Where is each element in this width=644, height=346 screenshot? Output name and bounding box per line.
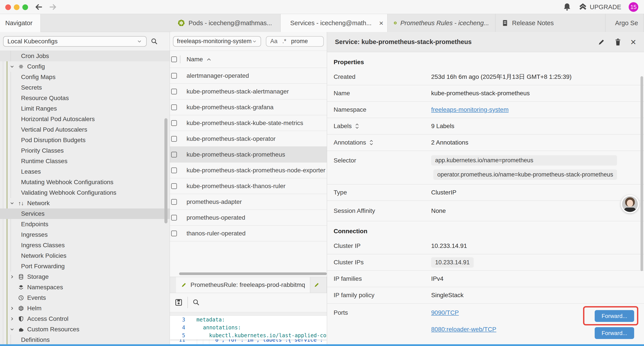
row-checkbox[interactable] xyxy=(171,120,177,126)
delete-icon[interactable] xyxy=(614,38,622,46)
forward-button-8080[interactable]: Forward... xyxy=(595,327,634,339)
sidebar-item-horizontal-pod-autoscalers[interactable]: Horizontal Pod Autoscalers xyxy=(0,114,170,124)
edit-icon[interactable] xyxy=(598,38,606,46)
sidebar-item-vertical-pod-autoscalers[interactable]: Vertical Pod Autoscalers xyxy=(0,124,170,135)
row-checkbox[interactable] xyxy=(171,168,177,173)
sidebar-item-limit-ranges[interactable]: Limit Ranges xyxy=(0,103,170,114)
table-row[interactable]: kube-prometheus-stack-alertmanager xyxy=(170,84,327,99)
table-row[interactable]: prometheus-adapter xyxy=(170,194,327,210)
sidebar-item-leases[interactable]: Leases xyxy=(0,166,170,177)
shield-icon xyxy=(18,316,24,322)
table-row[interactable]: thanos-ruler-operated xyxy=(170,226,327,241)
namespace-selector[interactable]: freeleaps-monitoring-system xyxy=(173,36,261,47)
sidebar-scrollbar[interactable] xyxy=(164,118,168,223)
table-row[interactable]: alertmanager-operated xyxy=(170,68,327,84)
regex-toggle[interactable]: .* xyxy=(282,38,286,45)
upgrade-label: UPGRADE xyxy=(590,3,621,11)
table-row[interactable]: kube-prometheus-stack-prometheus-node-ex… xyxy=(170,162,327,178)
sidebar-item-ingresses[interactable]: Ingresses xyxy=(0,230,170,240)
sidebar-item-helm[interactable]: Helm xyxy=(0,303,170,314)
port-link-8080[interactable]: 8080:reloader-web/TCP xyxy=(431,326,496,333)
sidebar-item-definitions[interactable]: Definitions xyxy=(0,335,170,345)
sidebar-item-priority-classes[interactable]: Priority Classes xyxy=(0,145,170,156)
expand-collapse-icon[interactable] xyxy=(369,139,374,146)
row-checkbox[interactable] xyxy=(171,183,177,189)
forward-arrow-icon[interactable] xyxy=(48,3,57,11)
editor-tab-partial[interactable] xyxy=(310,277,327,293)
cluster-ip-chip[interactable]: 10.233.14.91 xyxy=(431,257,474,268)
sidebar-item-custom-resources[interactable]: Custom Resources xyxy=(0,324,170,335)
row-checkbox[interactable] xyxy=(171,104,177,110)
table-row[interactable]: kube-prometheus-stack-thanos-ruler xyxy=(170,178,327,194)
sidebar-item-endpoints[interactable]: Endpoints xyxy=(0,219,170,230)
row-checkbox[interactable] xyxy=(171,89,177,94)
sidebar-item-services[interactable]: Services xyxy=(0,209,170,219)
sidebar-item-ingress-classes[interactable]: Ingress Classes xyxy=(0,240,170,251)
sidebar-item-config[interactable]: Config xyxy=(0,61,170,72)
horizontal-scrollbar[interactable] xyxy=(179,272,327,275)
sidebar-item-storage[interactable]: Storage xyxy=(0,272,170,282)
table-row[interactable]: prometheus-operated xyxy=(170,210,327,226)
match-case-toggle[interactable]: Aa xyxy=(270,38,278,45)
sidebar-item-config-maps[interactable]: Config Maps xyxy=(0,72,170,82)
editor-clipped-line: 110","for":"1m","labels":{"service":"f xyxy=(170,340,327,344)
sidebar-item-pod-disruption-budgets[interactable]: Pod Disruption Budgets xyxy=(0,135,170,145)
tab-release-notes[interactable]: Release Notes xyxy=(496,14,606,32)
tab-services[interactable]: Services - icecheng@math... × xyxy=(280,14,388,32)
close-tab-icon[interactable]: × xyxy=(379,19,384,27)
sidebar-item-network[interactable]: ↑↓ Network xyxy=(0,198,170,209)
sidebar-item-access-control[interactable]: Access Control xyxy=(0,314,170,324)
close-window-button[interactable] xyxy=(5,4,11,10)
table-row[interactable]: kube-prometheus-stack-operator xyxy=(170,131,327,147)
row-checkbox[interactable] xyxy=(171,152,177,157)
tab-argo[interactable]: Argo Se xyxy=(606,14,644,32)
list-search-input[interactable]: Aa .* prome xyxy=(266,36,324,47)
save-icon[interactable] xyxy=(174,298,183,307)
namespace-link[interactable]: freeleaps-monitoring-system xyxy=(431,106,508,113)
editor-tab-prometheusrule[interactable]: PrometheusRule: freeleaps-prod-rabbitmq xyxy=(176,277,310,293)
avatar[interactable] xyxy=(621,195,639,213)
expand-collapse-icon[interactable] xyxy=(355,123,359,129)
bell-icon[interactable] xyxy=(563,3,571,11)
sidebar-item-mutating-webhook-configurations[interactable]: Mutating Webhook Configurations xyxy=(0,177,170,187)
notification-count-badge[interactable]: 15 xyxy=(629,2,638,12)
close-icon[interactable]: × xyxy=(630,37,636,47)
search-icon[interactable] xyxy=(150,38,158,45)
kubeconfig-selector[interactable]: Local Kubeconfigs xyxy=(3,36,147,47)
sidebar-item-resource-quotas[interactable]: Resource Quotas xyxy=(0,93,170,103)
upgrade-button[interactable]: UPGRADE xyxy=(578,3,621,11)
column-header-name[interactable]: Name xyxy=(186,56,211,63)
sidebar-item-events[interactable]: Events xyxy=(0,293,170,303)
sidebar-item-secrets[interactable]: Secrets xyxy=(0,82,170,93)
detail-scrollbar[interactable] xyxy=(640,76,643,271)
select-all-checkbox[interactable] xyxy=(171,56,177,62)
row-checkbox[interactable] xyxy=(171,231,177,236)
chevron-down-icon xyxy=(9,327,15,332)
sidebar-item-namespaces[interactable]: Namespaces xyxy=(0,282,170,293)
selector-chip[interactable]: operator.prometheus.io/name=kube-prometh… xyxy=(433,169,617,180)
row-checkbox[interactable] xyxy=(171,215,177,221)
sidebar-item-validating-webhook-configurations[interactable]: Validating Webhook Configurations xyxy=(0,187,170,198)
chevron-right-icon xyxy=(9,306,15,311)
sidebar-item-port-forwarding[interactable]: Port Forwarding xyxy=(0,261,170,272)
resource-tree: Cron Jobs Config Config Maps Secrets Res… xyxy=(0,51,170,346)
port-link-9090[interactable]: 9090/TCP xyxy=(431,309,496,316)
minimize-window-button[interactable] xyxy=(14,4,20,10)
table-row-selected[interactable]: kube-prometheus-stack-prometheus xyxy=(170,147,327,162)
tab-pods[interactable]: Pods - icecheng@mathmas... xyxy=(172,14,280,32)
yaml-editor[interactable]: 3metadata: 4annotations: 5kubectl.kubern… xyxy=(170,316,327,346)
sidebar-item-network-policies[interactable]: Network Policies xyxy=(0,251,170,261)
row-checkbox[interactable] xyxy=(171,136,177,142)
sidebar-item-cron-jobs[interactable]: Cron Jobs xyxy=(0,51,170,61)
tab-prometheus-rules[interactable]: Prometheus Rules - icecheng... xyxy=(388,14,496,32)
editor-search-icon[interactable] xyxy=(192,299,200,306)
zoom-window-button[interactable] xyxy=(22,4,28,10)
back-arrow-icon[interactable] xyxy=(35,3,44,11)
table-row[interactable]: kube-prometheus-stack-kube-state-metrics xyxy=(170,115,327,131)
selector-chip[interactable]: app.kubernetes.io/name=prometheus xyxy=(431,155,617,166)
navigator-panel-tab[interactable]: Navigator xyxy=(0,14,40,32)
sidebar-item-runtime-classes[interactable]: Runtime Classes xyxy=(0,156,170,166)
row-checkbox[interactable] xyxy=(171,73,177,79)
row-checkbox[interactable] xyxy=(171,199,177,205)
table-row[interactable]: kube-prometheus-stack-grafana xyxy=(170,99,327,115)
